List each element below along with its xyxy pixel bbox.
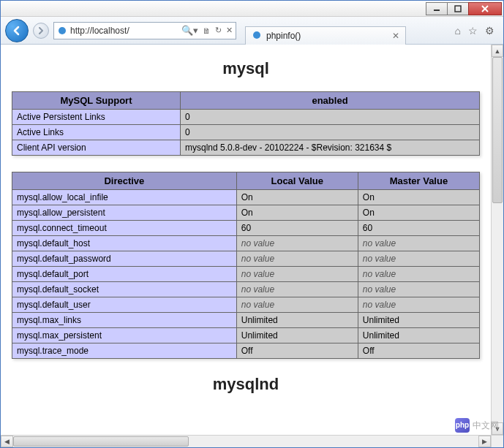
- address-bar[interactable]: http://localhost/ 🔍▾ 🗎 ↻ ✕: [53, 22, 236, 39]
- directive-name: mysql.allow_local_infile: [12, 190, 237, 205]
- module-heading-mysqlnd: mysqlnd: [12, 375, 480, 394]
- page-viewport: mysql MySQL Support enabled Active Persi…: [1, 45, 491, 435]
- directive-value: 0: [181, 125, 480, 140]
- local-value: Unlimited: [236, 328, 358, 343]
- master-value: Unlimited: [358, 328, 479, 343]
- directive-header-1: Local Value: [236, 172, 358, 190]
- mysql-directive-table: Directive Local Value Master Value mysql…: [12, 172, 480, 359]
- svg-point-4: [59, 27, 66, 34]
- browser-window: http://localhost/ 🔍▾ 🗎 ↻ ✕ phpinfo() ✕ ⌂…: [0, 0, 504, 448]
- compat-view-icon[interactable]: 🗎: [203, 26, 211, 35]
- scroll-down-icon[interactable]: ▼: [492, 422, 503, 435]
- directive-name: mysql.max_persistent: [12, 328, 237, 343]
- browser-toolbar: http://localhost/ 🔍▾ 🗎 ↻ ✕ phpinfo() ✕ ⌂…: [1, 17, 503, 45]
- table-row: mysql.allow_local_infileOnOn: [12, 190, 480, 205]
- table-row: mysql.default_userno valueno value: [12, 297, 480, 313]
- local-value: no value: [236, 297, 358, 313]
- refresh-icon[interactable]: ↻: [215, 26, 222, 35]
- local-value: On: [236, 190, 358, 205]
- directive-header-0: Directive: [12, 172, 237, 190]
- local-value: no value: [236, 282, 358, 297]
- directive-name: mysql.default_password: [12, 251, 237, 267]
- directive-header-2: Master Value: [358, 172, 479, 190]
- titlebar: [1, 1, 503, 17]
- local-value: no value: [236, 236, 358, 251]
- phpinfo-page: mysql MySQL Support enabled Active Persi…: [12, 59, 480, 394]
- scrollbar-corner: [491, 435, 503, 447]
- directive-name: mysql.connect_timeout: [12, 221, 237, 236]
- forward-button[interactable]: [33, 23, 49, 39]
- table-row: Client API versionmysqlnd 5.0.8-dev - 20…: [12, 140, 480, 156]
- local-value: 60: [236, 221, 358, 236]
- master-value: no value: [358, 282, 479, 297]
- directive-name: Active Persistent Links: [12, 110, 181, 125]
- table-row: Active Persistent Links0: [12, 110, 480, 125]
- local-value: Unlimited: [236, 313, 358, 328]
- search-dropdown-icon[interactable]: 🔍▾: [181, 25, 198, 36]
- tab-close-icon[interactable]: ✕: [392, 31, 399, 41]
- home-icon[interactable]: ⌂: [455, 25, 461, 37]
- local-value: no value: [236, 251, 358, 267]
- mysql-support-table: MySQL Support enabled Active Persistent …: [12, 91, 480, 156]
- table-row: mysql.trace_modeOffOff: [12, 343, 480, 359]
- directive-name: mysql.max_links: [12, 313, 237, 328]
- svg-point-5: [253, 31, 260, 39]
- h-scroll-track[interactable]: [13, 436, 478, 447]
- master-value: Unlimited: [358, 313, 479, 328]
- ie-favicon-icon: [57, 26, 67, 36]
- master-value: On: [358, 205, 479, 221]
- local-value: no value: [236, 267, 358, 282]
- directive-name: mysql.allow_persistent: [12, 205, 237, 221]
- window-controls: [426, 2, 502, 15]
- vertical-scroll-thumb[interactable]: [492, 57, 503, 203]
- favorites-icon[interactable]: ☆: [468, 25, 478, 37]
- master-value: no value: [358, 297, 479, 313]
- local-value: Off: [236, 343, 358, 359]
- content-area: mysql MySQL Support enabled Active Persi…: [1, 45, 503, 447]
- svg-rect-1: [455, 6, 461, 12]
- directive-name: mysql.default_socket: [12, 282, 237, 297]
- maximize-button[interactable]: [447, 2, 469, 15]
- tools-gear-icon[interactable]: ⚙: [485, 25, 494, 37]
- table-row: mysql.allow_persistentOnOn: [12, 205, 480, 221]
- tab-title: phpinfo(): [266, 31, 301, 41]
- table-row: mysql.connect_timeout6060: [12, 221, 480, 236]
- master-value: no value: [358, 236, 479, 251]
- scroll-left-icon[interactable]: ◀: [1, 436, 13, 447]
- horizontal-scrollbar[interactable]: ◀ ▶: [1, 435, 491, 447]
- horizontal-scroll-thumb[interactable]: [13, 436, 189, 447]
- master-value: Off: [358, 343, 479, 359]
- directive-name: mysql.default_user: [12, 297, 237, 313]
- browser-right-tools: ⌂ ☆ ⚙: [455, 25, 499, 37]
- browser-tab[interactable]: phpinfo() ✕: [245, 26, 406, 45]
- directive-value: 0: [181, 110, 480, 125]
- directive-value: mysqlnd 5.0.8-dev - 20102224 - $Revision…: [181, 140, 480, 156]
- table-row: Active Links0: [12, 125, 480, 140]
- table-row: mysql.default_socketno valueno value: [12, 282, 480, 297]
- local-value: On: [236, 205, 358, 221]
- back-button[interactable]: [5, 19, 29, 42]
- stop-icon[interactable]: ✕: [226, 26, 233, 35]
- scroll-up-icon[interactable]: ▲: [492, 45, 503, 57]
- table-row: mysql.max_persistentUnlimitedUnlimited: [12, 328, 480, 343]
- table-row: mysql.max_linksUnlimitedUnlimited: [12, 313, 480, 328]
- support-header-left: MySQL Support: [12, 92, 181, 110]
- directive-header-row: Directive Local Value Master Value: [12, 172, 480, 190]
- url-text: http://localhost/: [70, 26, 177, 36]
- vertical-scrollbar[interactable]: ▲ ▼: [491, 45, 503, 435]
- address-bar-tools: 🔍▾ 🗎 ↻ ✕: [181, 25, 233, 36]
- minimize-button[interactable]: [426, 2, 448, 15]
- support-header-row: MySQL Support enabled: [12, 92, 480, 110]
- table-row: mysql.default_portno valueno value: [12, 267, 480, 282]
- tab-favicon-icon: [252, 30, 262, 42]
- directive-name: mysql.trace_mode: [12, 343, 237, 359]
- master-value: On: [358, 190, 479, 205]
- directive-name: mysql.default_port: [12, 267, 237, 282]
- directive-name: mysql.default_host: [12, 236, 237, 251]
- module-heading-mysql: mysql: [12, 59, 480, 78]
- scroll-right-icon[interactable]: ▶: [478, 436, 491, 447]
- master-value: no value: [358, 251, 479, 267]
- support-header-right: enabled: [181, 92, 480, 110]
- master-value: no value: [358, 267, 479, 282]
- close-button[interactable]: [468, 2, 502, 15]
